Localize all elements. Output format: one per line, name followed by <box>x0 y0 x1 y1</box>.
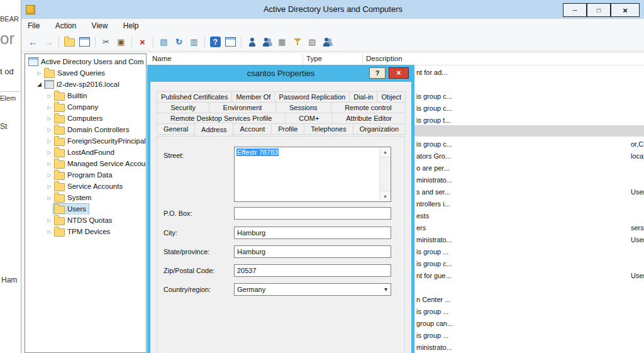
tree-item-saved-queries[interactable]: ▷ Saved Queries <box>25 67 146 79</box>
list-item[interactable]: is group c... <box>416 92 452 100</box>
tab-member-of[interactable]: Member Of <box>231 91 275 103</box>
tab-remote-control[interactable]: Remote control <box>331 102 406 113</box>
minimize-button[interactable]: ─ <box>563 3 587 17</box>
close-button[interactable]: × <box>611 3 640 17</box>
dialog-help-button[interactable]: ? <box>369 67 386 79</box>
tree-item-root[interactable]: Active Directory Users and Com <box>25 56 146 67</box>
forward-icon[interactable]: → <box>42 35 55 48</box>
pobox-field[interactable] <box>234 207 391 220</box>
column-header-name[interactable]: Name <box>152 55 172 62</box>
state-field[interactable]: Hamburg <box>234 245 391 258</box>
expand-arrow-icon[interactable]: ▷ <box>45 229 53 235</box>
console-window-icon[interactable] <box>78 35 91 48</box>
delete-icon[interactable]: × <box>136 35 149 48</box>
list-item[interactable]: sers, <box>631 224 644 232</box>
tab-sessions[interactable]: Sessions <box>275 102 331 113</box>
tab-organization[interactable]: Organization <box>353 123 406 135</box>
list-item[interactable]: or,CN <box>631 140 644 148</box>
list-item[interactable]: is group c... <box>416 104 452 112</box>
export-list-icon[interactable]: ▥ <box>187 35 201 48</box>
list-item[interactable]: ers <box>416 224 426 232</box>
zip-field[interactable]: 20537 <box>234 264 391 277</box>
list-item[interactable]: n Center ... <box>416 296 450 303</box>
menu-help[interactable]: Help <box>117 19 145 32</box>
expand-arrow-icon[interactable]: ▷ <box>45 116 53 121</box>
list-item[interactable]: is group ... <box>416 308 448 315</box>
tab-general[interactable]: General <box>157 123 195 135</box>
tree-item-computers[interactable]: ▷ Computers <box>25 113 146 124</box>
menu-view[interactable]: View <box>86 19 114 32</box>
filter-icon[interactable] <box>291 35 304 48</box>
list-item[interactable]: ators Gro... <box>416 152 451 160</box>
tree-item-domain-controllers[interactable]: ▷ Domain Controllers <box>25 124 146 135</box>
scroll-down-icon[interactable]: ▼ <box>380 191 391 201</box>
expand-arrow-icon[interactable]: ▷ <box>45 161 53 167</box>
tree-item-tpm-devices[interactable]: ▷ TPM Devices <box>25 226 146 237</box>
column-separator[interactable] <box>303 53 303 65</box>
tree-item-company[interactable]: ▷ Company <box>25 101 146 113</box>
list-item[interactable]: is group c... <box>416 140 452 148</box>
list-item[interactable]: group can... <box>416 320 453 327</box>
chevron-down-icon[interactable]: ▾ <box>384 286 387 293</box>
column-separator[interactable] <box>362 53 363 65</box>
tree-item-lost-and-found[interactable]: ▷ LostAndFound <box>25 147 146 158</box>
back-icon[interactable]: ← <box>26 35 40 48</box>
list-item[interactable]: is group ... <box>416 248 448 255</box>
city-field[interactable]: Hamburg <box>234 227 391 239</box>
tree-item-users[interactable]: Users <box>25 203 146 215</box>
expand-arrow-icon[interactable]: ▷ <box>35 70 43 76</box>
window-titlebar[interactable]: Active Directory Users and Computers ─ □… <box>21 0 644 20</box>
tree-item-ntds-quotas[interactable]: ▷ NTDS Quotas <box>25 215 146 226</box>
tab-security[interactable]: Security <box>157 102 209 113</box>
expand-arrow-icon[interactable]: ▷ <box>45 172 53 178</box>
tab-environment[interactable]: Environment <box>209 102 275 113</box>
menu-action[interactable]: Action <box>49 19 82 32</box>
list-item[interactable]: User <box>631 272 644 279</box>
list-item[interactable]: Users <box>631 236 644 244</box>
list-item[interactable]: is group ... <box>416 332 448 339</box>
list-item[interactable]: ests <box>416 212 429 220</box>
tab-attribute-editor[interactable]: Attribute Editor <box>332 113 406 124</box>
list-item[interactable]: is group t... <box>416 116 450 124</box>
expand-arrow-icon[interactable]: ▷ <box>45 93 53 99</box>
list-item[interactable]: Users, <box>631 188 644 196</box>
list-item[interactable]: is group c... <box>416 260 452 267</box>
tab-dial-in[interactable]: Dial-in <box>349 91 377 103</box>
create-group-icon[interactable] <box>260 35 274 48</box>
list-item[interactable]: ntrollers i... <box>416 200 450 208</box>
expand-arrow-icon[interactable]: ▷ <box>45 150 53 155</box>
list-item[interactable]: o are per... <box>416 164 450 172</box>
tree-item-service-accounts[interactable]: ▷ Service Accounts <box>25 181 146 192</box>
list-item[interactable]: s and ser... <box>416 188 450 196</box>
selected-row-highlight[interactable] <box>414 125 644 137</box>
tab-object[interactable]: Object <box>377 91 406 103</box>
tree-item-foreign-security-principals[interactable]: ▷ ForeignSecurityPrincipals <box>25 135 146 147</box>
collapse-arrow-icon[interactable]: ◢ <box>35 81 43 87</box>
tab-password-replication[interactable]: Password Replication <box>274 91 350 103</box>
create-user-icon[interactable] <box>245 35 258 48</box>
expand-arrow-icon[interactable]: ▷ <box>45 138 53 144</box>
list-item[interactable]: local <box>631 152 644 160</box>
tab-published-certificates[interactable]: Published Certificates <box>157 91 232 103</box>
tree-item-builtin[interactable]: ▷ Builtin <box>25 90 146 101</box>
tree-item-managed-service-accounts[interactable]: ▷ Managed Service Accoun <box>25 158 146 169</box>
tree-item-domain[interactable]: ◢ l2-dev-sp2016.local <box>25 79 146 90</box>
country-select[interactable]: Germany ▾ <box>234 283 391 296</box>
street-textarea[interactable]: Effestr 78783 ▲ ▼ <box>234 147 391 202</box>
show-console-tree-icon[interactable] <box>63 35 76 48</box>
expand-arrow-icon[interactable]: ▷ <box>45 218 53 223</box>
help-icon[interactable]: ? <box>209 35 222 48</box>
new-window-icon[interactable] <box>224 35 237 48</box>
list-item[interactable]: nt for ad... <box>416 69 448 76</box>
list-item[interactable]: ministrato... <box>416 176 452 184</box>
chart-icon[interactable]: ▧ <box>306 35 319 48</box>
column-header-description[interactable]: Description <box>366 55 402 62</box>
tree-item-program-data[interactable]: ▷ Program Data <box>25 169 146 181</box>
view-grid-icon[interactable]: ▦ <box>275 35 289 48</box>
expand-arrow-icon[interactable]: ▷ <box>45 104 53 110</box>
list-item[interactable]: ministrato... <box>416 344 452 351</box>
tab-profile[interactable]: Profile <box>271 123 304 135</box>
tab-address[interactable]: Address <box>194 122 233 136</box>
list-item[interactable]: nt for gue... <box>416 272 452 279</box>
expand-arrow-icon[interactable]: ▷ <box>45 127 53 133</box>
